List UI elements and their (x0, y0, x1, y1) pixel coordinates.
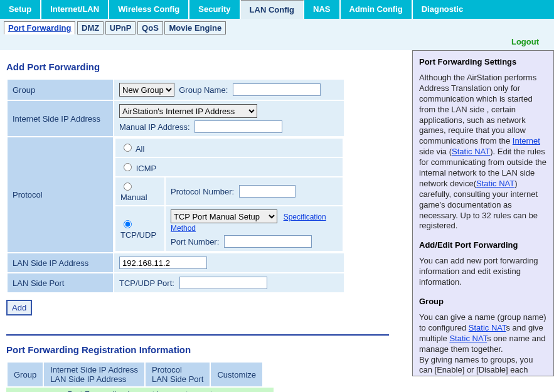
group-name-label: Group Name: (179, 85, 228, 95)
tab-lan-config[interactable]: LAN Config (241, 0, 304, 19)
sub-nav: Port Forwarding DMZ UPnP QoS Movie Engin… (0, 19, 554, 36)
subtab-dmz[interactable]: DMZ (77, 21, 104, 34)
reg-col-group: Group (7, 362, 43, 387)
protocol-tcpudp-radio[interactable] (124, 220, 132, 228)
tab-admin-config[interactable]: Admin Config (341, 0, 413, 19)
tab-internet-lan[interactable]: Internet/LAN (41, 0, 109, 19)
not-setup-message: Port Forwarding has not been set up yet (6, 388, 274, 392)
help-link-static-nat-4[interactable]: Static NAT (449, 334, 487, 343)
port-number-input[interactable] (224, 235, 312, 248)
protocol-all-label: All (136, 144, 144, 154)
subtab-port-forwarding[interactable]: Port Forwarding (4, 21, 75, 34)
internet-ip-label: Internet Side IP Address (7, 100, 114, 137)
reg-col-protocol: ProtocolLAN Side Port (145, 362, 210, 387)
tcpudp-port-label: TCP/UDP Port: (119, 278, 174, 288)
help-heading-addedit: Add/Edit Port Forwarding (419, 240, 547, 250)
port-number-label: Port Number: (171, 237, 219, 246)
subtab-upnp[interactable]: UPnP (105, 21, 136, 34)
help-link-static-nat-3[interactable]: Static NAT (469, 323, 506, 332)
tcpudp-port-input[interactable] (179, 277, 267, 289)
group-select[interactable]: New Group (119, 83, 174, 97)
subtab-qos[interactable]: QoS (137, 21, 163, 34)
tcp-port-select[interactable]: TCP Port Manual Setup (171, 209, 277, 223)
lan-ip-input[interactable] (119, 257, 207, 269)
reg-col-customize: Customize (210, 362, 262, 387)
top-nav: Setup Internet/LAN Wireless Config Secur… (0, 0, 554, 19)
port-forwarding-form: Group New Group Group Name: Internet Sid… (6, 78, 345, 294)
protocol-number-input[interactable] (239, 185, 296, 198)
help-link-static-nat-1[interactable]: Static NAT (452, 147, 490, 156)
protocol-all-radio[interactable] (124, 144, 132, 152)
logout-row: Logout (0, 36, 554, 50)
help-link-internet[interactable]: Internet (513, 136, 540, 146)
protocol-icmp-label: ICMP (136, 164, 157, 173)
logout-link[interactable]: Logout (511, 37, 539, 46)
protocol-manual-label: Manual (120, 193, 147, 202)
tab-setup[interactable]: Setup (0, 0, 41, 19)
internet-ip-select[interactable]: AirStation's Internet IP Address (119, 104, 257, 118)
main-content: Add Port Forwarding Group New Group Grou… (0, 50, 412, 392)
protocol-tcpudp-label: TCP/UDP (120, 230, 156, 240)
manual-ip-label: Manual IP Address: (119, 122, 190, 132)
manual-ip-input[interactable] (194, 120, 282, 133)
help-p2: You can add new port forwarding informat… (419, 256, 547, 288)
divider (6, 334, 389, 336)
protocol-label: Protocol (7, 137, 114, 253)
help-heading-settings: Port Forwarding Settings (419, 57, 547, 66)
subtab-movie-engine[interactable]: Movie Engine (164, 21, 226, 34)
group-name-input[interactable] (233, 83, 321, 96)
help-p1: Although the AirStation performs Address… (419, 73, 547, 231)
help-panel[interactable]: Port Forwarding Settings Although the Ai… (412, 50, 554, 376)
protocol-manual-radio[interactable] (124, 183, 132, 191)
protocol-number-label: Protocol Number: (171, 187, 234, 196)
tab-nas[interactable]: NAS (304, 0, 340, 19)
tab-diagnostic[interactable]: Diagnostic (413, 0, 472, 19)
add-button[interactable]: Add (6, 300, 32, 315)
help-heading-group: Group (419, 297, 547, 306)
protocol-icmp-radio[interactable] (124, 163, 132, 171)
help-p3: You can give a name (group name) to conf… (419, 312, 547, 376)
lan-ip-label: LAN Side IP Address (7, 253, 114, 273)
registration-table: Group Internet Side IP AddressLAN Side I… (6, 361, 264, 388)
lan-port-label: LAN Side Port (7, 273, 114, 293)
reg-col-ip: Internet Side IP AddressLAN Side IP Addr… (43, 362, 145, 387)
tab-wireless-config[interactable]: Wireless Config (109, 0, 189, 19)
add-port-forwarding-title: Add Port Forwarding (6, 61, 406, 72)
help-link-static-nat-2[interactable]: Static NAT (476, 179, 514, 188)
tab-security[interactable]: Security (189, 0, 240, 19)
registration-info-title: Port Forwarding Registration Information (6, 344, 406, 355)
group-label: Group (7, 79, 114, 100)
